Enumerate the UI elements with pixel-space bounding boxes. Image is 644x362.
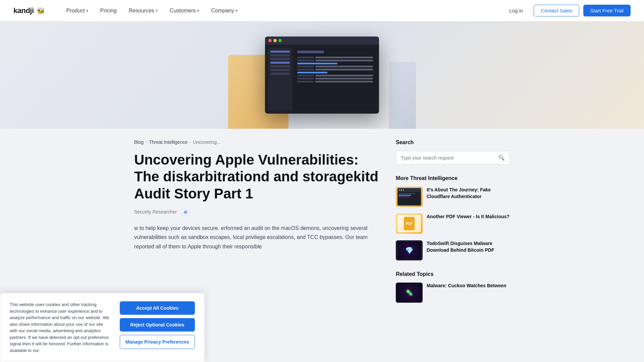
nav-product[interactable]: Product ▾ <box>61 5 94 16</box>
more-threat-intel-title: More Threat Intelligence <box>396 175 510 181</box>
neon-glow-malware: 🦠 <box>397 284 421 301</box>
detail-label <box>297 69 314 70</box>
sidebar-line <box>270 73 290 75</box>
detail-label <box>297 75 314 76</box>
sidebar-line <box>270 58 290 60</box>
detail-val <box>315 81 373 82</box>
detail-label <box>297 60 314 61</box>
nav-links: Product ▾ Pricing Resources ▾ Customers … <box>61 5 503 16</box>
titlebar-dot-red <box>268 39 272 42</box>
detail-val <box>315 57 373 58</box>
article-card-title: It's About The Journey: Fake Cloudflare … <box>427 187 510 200</box>
reject-cookies-button[interactable]: Reject Optional Cookies <box>120 318 195 324</box>
cookie-buttons: Accept All Cookies Reject Optional Cooki… <box>120 301 195 324</box>
cookie-banner: This website uses cookies and other trac… <box>0 293 205 324</box>
mini-line <box>398 195 411 196</box>
titlebar-dot-yellow <box>273 39 277 42</box>
mini-pdf: PDF <box>397 215 421 232</box>
search-box[interactable]: 🔍 <box>396 151 510 165</box>
hero-device-right <box>389 62 416 129</box>
sidebar-line <box>270 62 290 64</box>
pdf-icon: PDF <box>404 217 415 230</box>
logo[interactable]: kandji 🐝 <box>13 6 45 15</box>
search-input[interactable] <box>401 155 495 161</box>
di-badge: di <box>181 209 191 216</box>
detail-highlight <box>297 72 327 73</box>
detail-label <box>297 78 314 79</box>
breadcrumb: Blog › Threat Intelligence › Uncovering.… <box>134 139 380 145</box>
detail-label <box>297 66 314 67</box>
screenshot-main <box>294 48 376 110</box>
sidebar-line <box>270 51 290 53</box>
related-topics-section: Related Topics 🦠 Malware: Cuckoo Watches… <box>396 271 510 303</box>
article-main: Blog › Threat Intelligence › Uncovering.… <box>134 139 380 313</box>
article-card-title: Another PDF Viewer - Is It Malicious? <box>427 214 509 220</box>
login-button[interactable]: Log in <box>503 5 530 16</box>
article-card[interactable]: PDF Another PDF Viewer - Is It Malicious… <box>396 214 510 234</box>
article-thumb-todo: 💎 <box>396 240 423 260</box>
article-card[interactable]: 💎 TodoSwift Disguises Malware Download B… <box>396 240 510 260</box>
logo-bee-icon: 🐝 <box>37 7 45 15</box>
mini-line <box>398 196 409 197</box>
breadcrumb-blog[interactable]: Blog <box>134 139 144 145</box>
chevron-down-icon: ▾ <box>235 8 237 13</box>
mini-top <box>397 188 421 192</box>
nav-customers-label: Customers <box>170 8 196 14</box>
detail-row <box>297 69 373 70</box>
sidebar-line <box>270 65 290 67</box>
search-section: Search 🔍 <box>396 139 510 165</box>
screenshot-titlebar <box>265 37 379 45</box>
mini-dot-yellow <box>401 189 402 191</box>
detail-row <box>297 78 373 79</box>
article-meta: Security Researcher di <box>134 209 380 216</box>
contact-sales-button[interactable]: Contact Sales <box>534 5 579 16</box>
titlebar-dot-green <box>278 39 282 42</box>
detail-row <box>297 60 373 61</box>
logo-text: kandji <box>13 6 34 15</box>
detail-val <box>315 66 373 67</box>
detail-highlight <box>297 63 337 64</box>
article-card-title: TodoSwift Disguises Malware Download Beh… <box>427 240 510 253</box>
nav-pricing[interactable]: Pricing <box>95 5 122 16</box>
detail-row <box>297 66 373 67</box>
neon-glow: 💎 <box>397 242 421 259</box>
detail-row <box>297 81 373 82</box>
related-thumb-malware: 🦠 <box>396 283 423 303</box>
mini-dot-green <box>403 189 404 191</box>
chevron-down-icon: ▾ <box>86 8 88 13</box>
detail-label <box>297 57 314 58</box>
cookie-text: This website uses cookies and other trac… <box>10 301 112 324</box>
screenshot-sidebar <box>268 48 292 110</box>
sidebar-line <box>270 69 290 71</box>
article-body: w to help keep your devices secure. erfo… <box>134 224 380 251</box>
hero-banner <box>0 21 644 129</box>
nav-resources[interactable]: Resources ▾ <box>123 5 163 16</box>
hero-screenshot <box>265 37 379 114</box>
mini-line <box>398 193 416 194</box>
detail-row <box>297 57 373 58</box>
nav-company[interactable]: Company ▾ <box>206 5 243 16</box>
detail-val <box>315 78 373 79</box>
breadcrumb-threat-intel[interactable]: Threat Intelligence <box>149 139 187 145</box>
chevron-down-icon: ▾ <box>197 8 199 13</box>
detail-val <box>315 75 373 76</box>
nav-customers[interactable]: Customers ▾ <box>164 5 204 16</box>
detail-val <box>315 69 373 70</box>
breadcrumb-separator: › <box>190 140 191 144</box>
article-thumb-cloudflare <box>396 187 423 207</box>
start-trial-button[interactable]: Start Free Trial <box>583 5 631 16</box>
accept-cookies-button[interactable]: Accept All Cookies <box>120 301 195 315</box>
detail-val <box>315 60 373 61</box>
sidebar-line <box>270 54 290 56</box>
detail-row <box>297 75 373 76</box>
article-card[interactable]: It's About The Journey: Fake Cloudflare … <box>396 187 510 207</box>
detail-title <box>297 51 324 53</box>
breadcrumb-separator: › <box>146 140 147 144</box>
navbar: kandji 🐝 Product ▾ Pricing Resources ▾ C… <box>0 0 644 21</box>
related-card[interactable]: 🦠 Malware: Cuckoo Watches Between <box>396 283 510 303</box>
article-thumb-pdf: PDF <box>396 214 423 234</box>
mini-dot-red <box>399 189 400 191</box>
article-author: Security Researcher <box>134 209 177 215</box>
screenshot-body <box>265 45 379 114</box>
article-title: Uncovering Apple Vulnerabilities: The di… <box>134 152 380 202</box>
